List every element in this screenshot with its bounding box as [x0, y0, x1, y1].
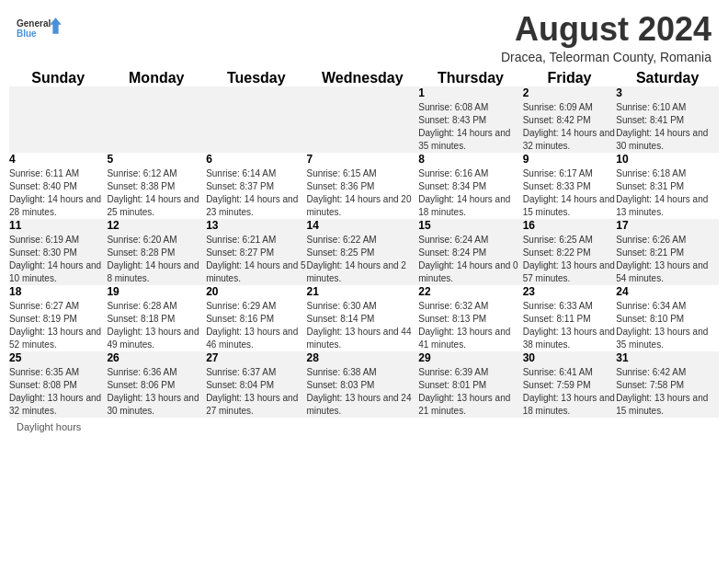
day-number-15: 15 [418, 219, 522, 232]
day-cell-24: 24Sunrise: 6:34 AM Sunset: 8:10 PM Dayli… [616, 285, 719, 351]
day-cell-5: 5Sunrise: 6:12 AM Sunset: 8:38 PM Daylig… [107, 153, 206, 219]
empty-cell [107, 86, 206, 153]
day-number-27: 27 [206, 351, 306, 364]
day-number-2: 2 [523, 86, 617, 99]
day-info-7: Sunrise: 6:15 AM Sunset: 8:36 PM Dayligh… [306, 167, 418, 219]
header: General Blue August 2024 Dracea, Teleorm… [0, 0, 728, 70]
svg-marker-2 [50, 17, 62, 34]
day-cell-25: 25Sunrise: 6:35 AM Sunset: 8:08 PM Dayli… [9, 351, 107, 418]
day-number-21: 21 [306, 285, 418, 298]
generalblue-logo-icon: General Blue [17, 11, 63, 48]
week-row-3: 11Sunrise: 6:19 AM Sunset: 8:30 PM Dayli… [9, 219, 719, 285]
day-info-26: Sunrise: 6:36 AM Sunset: 8:06 PM Dayligh… [107, 366, 206, 418]
day-cell-12: 12Sunrise: 6:20 AM Sunset: 8:28 PM Dayli… [107, 219, 206, 285]
logo: General Blue [17, 11, 63, 48]
day-info-23: Sunrise: 6:33 AM Sunset: 8:11 PM Dayligh… [523, 300, 617, 351]
day-number-18: 18 [9, 285, 107, 298]
day-info-2: Sunrise: 6:09 AM Sunset: 8:42 PM Dayligh… [523, 101, 617, 153]
day-cell-14: 14Sunrise: 6:22 AM Sunset: 8:25 PM Dayli… [306, 219, 418, 285]
day-number-11: 11 [9, 219, 107, 232]
week-row-2: 4Sunrise: 6:11 AM Sunset: 8:40 PM Daylig… [9, 153, 719, 219]
day-info-28: Sunrise: 6:38 AM Sunset: 8:03 PM Dayligh… [306, 366, 418, 418]
empty-cell [9, 86, 107, 153]
day-info-15: Sunrise: 6:24 AM Sunset: 8:24 PM Dayligh… [418, 234, 522, 285]
day-info-13: Sunrise: 6:21 AM Sunset: 8:27 PM Dayligh… [206, 234, 306, 285]
day-info-10: Sunrise: 6:18 AM Sunset: 8:31 PM Dayligh… [616, 167, 719, 219]
header-monday: Monday [107, 70, 206, 86]
day-cell-4: 4Sunrise: 6:11 AM Sunset: 8:40 PM Daylig… [9, 153, 107, 219]
day-info-27: Sunrise: 6:37 AM Sunset: 8:04 PM Dayligh… [206, 366, 306, 418]
day-cell-20: 20Sunrise: 6:29 AM Sunset: 8:16 PM Dayli… [206, 285, 306, 351]
day-cell-8: 8Sunrise: 6:16 AM Sunset: 8:34 PM Daylig… [418, 153, 522, 219]
day-info-8: Sunrise: 6:16 AM Sunset: 8:34 PM Dayligh… [418, 167, 522, 219]
day-cell-21: 21Sunrise: 6:30 AM Sunset: 8:14 PM Dayli… [306, 285, 418, 351]
day-cell-17: 17Sunrise: 6:26 AM Sunset: 8:21 PM Dayli… [616, 219, 719, 285]
day-info-30: Sunrise: 6:41 AM Sunset: 7:59 PM Dayligh… [523, 366, 617, 418]
header-thursday: Thursday [418, 70, 522, 86]
day-number-10: 10 [616, 153, 719, 166]
day-info-20: Sunrise: 6:29 AM Sunset: 8:16 PM Dayligh… [206, 300, 306, 351]
day-number-22: 22 [418, 285, 522, 298]
day-info-17: Sunrise: 6:26 AM Sunset: 8:21 PM Dayligh… [616, 234, 719, 285]
empty-cell [206, 86, 306, 153]
empty-cell [306, 86, 418, 153]
day-number-13: 13 [206, 219, 306, 232]
day-number-14: 14 [306, 219, 418, 232]
day-number-23: 23 [523, 285, 617, 298]
day-number-28: 28 [306, 351, 418, 364]
day-number-9: 9 [523, 153, 617, 166]
day-number-25: 25 [9, 351, 107, 364]
day-cell-26: 26Sunrise: 6:36 AM Sunset: 8:06 PM Dayli… [107, 351, 206, 418]
week-row-4: 18Sunrise: 6:27 AM Sunset: 8:19 PM Dayli… [9, 285, 719, 351]
day-cell-7: 7Sunrise: 6:15 AM Sunset: 8:36 PM Daylig… [306, 153, 418, 219]
day-cell-11: 11Sunrise: 6:19 AM Sunset: 8:30 PM Dayli… [9, 219, 107, 285]
day-number-24: 24 [616, 285, 719, 298]
day-cell-19: 19Sunrise: 6:28 AM Sunset: 8:18 PM Dayli… [107, 285, 206, 351]
day-cell-9: 9Sunrise: 6:17 AM Sunset: 8:33 PM Daylig… [523, 153, 617, 219]
day-cell-22: 22Sunrise: 6:32 AM Sunset: 8:13 PM Dayli… [418, 285, 522, 351]
day-info-29: Sunrise: 6:39 AM Sunset: 8:01 PM Dayligh… [418, 366, 522, 418]
day-number-4: 4 [9, 153, 107, 166]
day-number-8: 8 [418, 153, 522, 166]
day-number-3: 3 [616, 86, 719, 99]
daylight-label: Daylight hours [17, 421, 81, 432]
day-number-6: 6 [206, 153, 306, 166]
day-number-17: 17 [616, 219, 719, 232]
day-info-18: Sunrise: 6:27 AM Sunset: 8:19 PM Dayligh… [9, 300, 107, 351]
day-cell-15: 15Sunrise: 6:24 AM Sunset: 8:24 PM Dayli… [418, 219, 522, 285]
day-number-1: 1 [418, 86, 522, 99]
day-number-16: 16 [523, 219, 617, 232]
day-number-20: 20 [206, 285, 306, 298]
day-number-26: 26 [107, 351, 206, 364]
day-number-5: 5 [107, 153, 206, 166]
day-info-31: Sunrise: 6:42 AM Sunset: 7:58 PM Dayligh… [616, 366, 719, 418]
day-info-5: Sunrise: 6:12 AM Sunset: 8:38 PM Dayligh… [107, 167, 206, 219]
day-cell-31: 31Sunrise: 6:42 AM Sunset: 7:58 PM Dayli… [616, 351, 719, 418]
week-row-1: 1Sunrise: 6:08 AM Sunset: 8:43 PM Daylig… [9, 86, 719, 153]
week-row-5: 25Sunrise: 6:35 AM Sunset: 8:08 PM Dayli… [9, 351, 719, 418]
day-cell-28: 28Sunrise: 6:38 AM Sunset: 8:03 PM Dayli… [306, 351, 418, 418]
day-info-24: Sunrise: 6:34 AM Sunset: 8:10 PM Dayligh… [616, 300, 719, 351]
day-cell-18: 18Sunrise: 6:27 AM Sunset: 8:19 PM Dayli… [9, 285, 107, 351]
header-sunday: Sunday [9, 70, 107, 86]
day-number-7: 7 [306, 153, 418, 166]
header-saturday: Saturday [616, 70, 719, 86]
header-tuesday: Tuesday [206, 70, 306, 86]
svg-text:Blue: Blue [17, 29, 37, 39]
month-year-title: August 2024 [501, 11, 711, 48]
day-number-29: 29 [418, 351, 522, 364]
day-info-9: Sunrise: 6:17 AM Sunset: 8:33 PM Dayligh… [523, 167, 617, 219]
day-number-30: 30 [523, 351, 617, 364]
day-cell-10: 10Sunrise: 6:18 AM Sunset: 8:31 PM Dayli… [616, 153, 719, 219]
footer: Daylight hours [0, 418, 728, 436]
day-number-12: 12 [107, 219, 206, 232]
day-info-1: Sunrise: 6:08 AM Sunset: 8:43 PM Dayligh… [418, 101, 522, 153]
day-cell-23: 23Sunrise: 6:33 AM Sunset: 8:11 PM Dayli… [523, 285, 617, 351]
day-number-31: 31 [616, 351, 719, 364]
day-info-16: Sunrise: 6:25 AM Sunset: 8:22 PM Dayligh… [523, 234, 617, 285]
calendar-table: SundayMondayTuesdayWednesdayThursdayFrid… [9, 70, 719, 418]
day-cell-1: 1Sunrise: 6:08 AM Sunset: 8:43 PM Daylig… [418, 86, 522, 153]
day-info-19: Sunrise: 6:28 AM Sunset: 8:18 PM Dayligh… [107, 300, 206, 351]
day-info-12: Sunrise: 6:20 AM Sunset: 8:28 PM Dayligh… [107, 234, 206, 285]
day-cell-30: 30Sunrise: 6:41 AM Sunset: 7:59 PM Dayli… [523, 351, 617, 418]
